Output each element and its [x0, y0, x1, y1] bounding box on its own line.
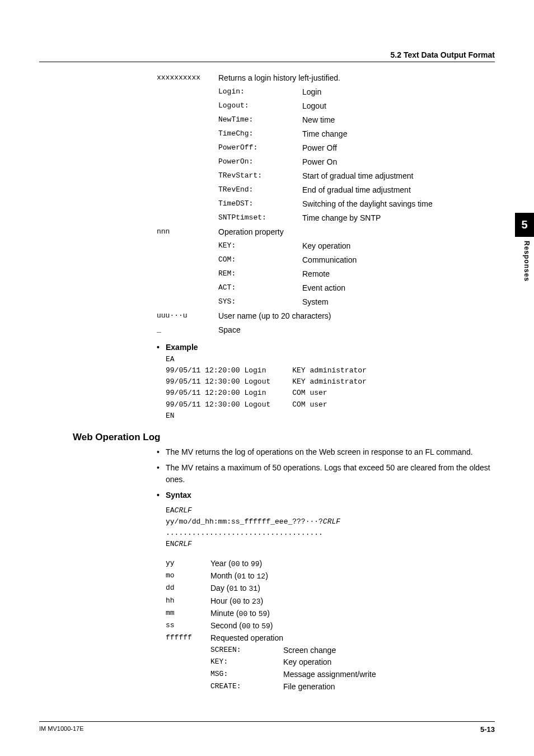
def-text: ): [257, 584, 260, 592]
code: TRevEnd:: [218, 184, 302, 196]
desc: Power Off: [302, 142, 495, 154]
param-code: xxxxxxxxxx: [157, 72, 218, 84]
code: Logout:: [218, 100, 302, 112]
example-line: 99/05/11 12:20:00 Login COM user: [166, 388, 495, 399]
desc: New time: [302, 114, 495, 126]
code: Login:: [218, 86, 302, 98]
table-row: xxxxxxxxxx Returns a login history left-…: [157, 72, 495, 84]
side-tab-number: 5: [515, 213, 534, 237]
desc: Communication: [302, 254, 495, 266]
header-section: 5.2 Text Data Output Format: [391, 50, 495, 59]
web-body: •The MV returns the log of operations on…: [39, 446, 495, 693]
desc: File generation: [283, 681, 495, 693]
def-text: ): [260, 559, 263, 568]
page-footer: IM MV1000-17E 5-13: [39, 721, 495, 734]
def-text: Month (: [210, 571, 237, 580]
desc: System: [302, 296, 495, 308]
code: TRevStart:: [218, 170, 302, 182]
footer-page-number: 5-13: [480, 725, 495, 734]
def-text: Day (: [210, 584, 229, 592]
def-range: 59: [261, 622, 270, 631]
syntax-text: EN: [166, 540, 175, 548]
desc: Key operation: [302, 240, 495, 252]
def-code: ss: [166, 620, 210, 632]
def-range: 01: [237, 572, 246, 581]
def-text: to: [241, 596, 252, 605]
syntax-text: yy/mo/dd_hh:mm:ss_ffffff_eee_???···?: [166, 517, 323, 526]
param-desc: Space: [218, 324, 495, 336]
param-code: uuu···u: [157, 310, 218, 322]
def-code: mo: [166, 570, 210, 582]
code: REM:: [218, 268, 302, 280]
desc: Event action: [302, 282, 495, 294]
def-text: to: [247, 609, 258, 618]
bullet-icon: •: [157, 489, 166, 502]
def-range: 31: [249, 585, 258, 593]
footer-left: IM MV1000-17E: [39, 725, 83, 734]
bullet-icon: •: [157, 462, 166, 486]
def-text: Year (: [210, 559, 231, 568]
param-desc: Operation property: [218, 226, 495, 238]
param-code: nnn: [157, 226, 218, 238]
param-code: _: [157, 324, 218, 336]
syntax-block: EACRLF yy/mo/dd_hh:mm:ss_ffffff_eee_???·…: [166, 505, 495, 550]
code: PowerOn:: [218, 156, 302, 168]
code: SNTPtimset:: [218, 212, 302, 224]
param-desc: Returns a login history left-justified.: [218, 72, 495, 84]
def-text: to: [240, 559, 250, 568]
param-desc: User name (up to 20 characters): [218, 310, 495, 322]
def-text: to: [246, 571, 256, 580]
code: SYS:: [218, 296, 302, 308]
desc: Key operation: [283, 656, 495, 669]
def-text: to: [251, 621, 261, 630]
example-line: 99/05/11 12:20:00 Login KEY administrato…: [166, 365, 495, 376]
bullet-icon: •: [157, 343, 166, 352]
syntax-text: EA: [166, 506, 175, 515]
web-bullet-text: The MV returns the log of operations on …: [166, 446, 473, 459]
web-operation-log-heading: Web Operation Log: [73, 432, 495, 443]
syntax-crlf: CRLF: [323, 517, 340, 526]
def-text: Second (: [210, 621, 242, 630]
def-text: ): [267, 609, 270, 618]
def-text: ): [270, 621, 273, 630]
code: COM:: [218, 254, 302, 266]
def-range: 59: [259, 610, 268, 618]
example-line: 99/05/11 12:30:00 Logout COM user: [166, 399, 495, 410]
def-text: Minute (: [210, 609, 239, 618]
code: SCREEN:: [210, 645, 283, 657]
syntax-title: Syntax: [166, 489, 191, 502]
code: TimeChg:: [218, 128, 302, 140]
syntax-crlf: CRLF: [175, 540, 192, 548]
code: PowerOff:: [218, 142, 302, 154]
def-code: mm: [166, 608, 210, 620]
desc: Power On: [302, 156, 495, 168]
example-heading: • Example: [157, 343, 495, 352]
syntax-text: ....................................: [166, 528, 495, 539]
code: CREATE:: [210, 681, 283, 693]
desc: Switching of the daylight savings time: [302, 198, 495, 210]
main-content: xxxxxxxxxx Returns a login history left-…: [39, 72, 495, 422]
syntax-crlf: CRLF: [175, 506, 192, 515]
def-code: ffffff: [166, 632, 210, 645]
def-range: 00: [242, 622, 251, 631]
def-range: 99: [251, 560, 260, 568]
desc: Screen change: [283, 645, 495, 657]
def-text: to: [238, 584, 249, 592]
code: ACT:: [218, 282, 302, 294]
example-line: EN: [166, 410, 495, 422]
desc: Logout: [302, 100, 495, 112]
web-bullet-text: The MV retains a maximum of 50 operation…: [166, 462, 495, 486]
desc: End of gradual time adjustment: [302, 184, 495, 196]
code: NewTime:: [218, 114, 302, 126]
desc: Login: [302, 86, 495, 98]
def-range: 00: [232, 598, 241, 606]
code: KEY:: [218, 240, 302, 252]
example-block: EA 99/05/11 12:20:00 Login KEY administr…: [166, 354, 495, 422]
def-range: 01: [229, 585, 238, 593]
desc: Time change: [302, 128, 495, 140]
def-code: yy: [166, 558, 210, 570]
code: MSG:: [210, 669, 283, 681]
def-code: hh: [166, 595, 210, 608]
desc: Message assignment/write: [283, 669, 495, 681]
desc: Time change by SNTP: [302, 212, 495, 224]
